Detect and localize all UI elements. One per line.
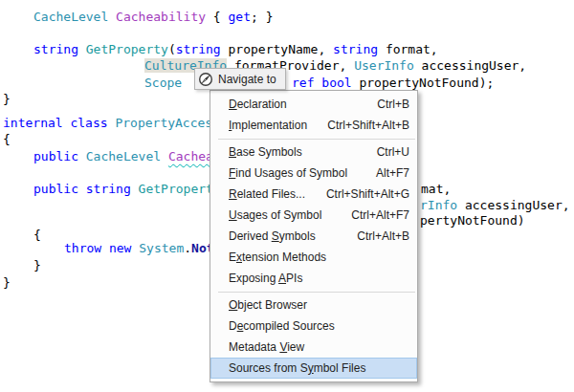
menu-item-label: Metadata View (229, 340, 304, 354)
menu-item-extension-methods[interactable]: Extension Methods (210, 247, 417, 268)
code-token: } (3, 275, 11, 290)
menu-separator (218, 292, 415, 293)
code-line: mat, (421, 181, 451, 197)
code-line: rInfo accessingUser, (420, 197, 570, 213)
code-token (131, 182, 139, 196)
menu-item-label: Extension Methods (229, 250, 326, 264)
code-token: CacheLevel (86, 149, 161, 163)
code-token: GetProperty (86, 42, 168, 56)
menu-item-shortcut: Ctrl+Alt+F7 (336, 208, 409, 222)
code-token: string (33, 42, 78, 56)
code-token: rInfo (420, 198, 457, 212)
navigate-to-title: Navigate to (218, 73, 276, 86)
menu-item-label: Object Browser (229, 298, 307, 312)
code-token: { (3, 132, 11, 146)
code-line: } (3, 91, 11, 107)
menu-item-shortcut: Ctrl+B (362, 98, 409, 111)
code-token: Cacheability (116, 10, 206, 24)
code-line: } (3, 274, 11, 291)
menu-item-shortcut: Ctrl+Shift+Alt+B (312, 119, 409, 132)
code-token: ref (292, 76, 314, 90)
menu-item-derived-symbols[interactable]: Derived SymbolsCtrl+Alt+B (210, 226, 417, 247)
code-line: public CacheLevel Cachea (33, 148, 213, 164)
menu-item-declaration[interactable]: DeclarationCtrl+B (210, 94, 417, 115)
code-token: public (33, 182, 78, 196)
menu-item-label: Sources from Symbol Files (229, 361, 365, 375)
code-token: CacheLevel (33, 10, 108, 24)
code-token: new (109, 241, 131, 255)
menu-item-shortcut: Ctrl+Alt+B (342, 229, 409, 243)
code-token: } (33, 258, 41, 272)
code-token: Cachea (168, 149, 213, 163)
menu-item-label: Base Symbols (229, 145, 302, 159)
code-token: string (333, 42, 378, 56)
code-token: string (176, 42, 221, 56)
code-token (108, 10, 116, 24)
code-line: { (33, 227, 41, 243)
code-token: UserInfo (354, 58, 414, 73)
navigate-to-header: Navigate to (194, 68, 286, 90)
menu-item-label: Find Usages of Symbol (229, 166, 347, 180)
code-token: internal (3, 116, 63, 130)
code-token: PropertyAcces (115, 116, 212, 130)
code-token: throw (64, 241, 101, 255)
menu-item-usages-of-symbol[interactable]: Usages of SymbolCtrl+Alt+F7 (210, 205, 417, 226)
code-line: string GetProperty(string propertyName, … (33, 41, 438, 57)
code-token: public (33, 149, 78, 163)
code-line: { (3, 131, 11, 147)
code-line: throw new System.Not (64, 240, 214, 256)
code-line: CacheLevel Cacheability { get; } (33, 9, 273, 25)
code-token (78, 149, 86, 163)
code-token: Scope (144, 76, 182, 90)
code-line: internal class PropertyAcces (3, 115, 212, 131)
code-token: format, (378, 42, 438, 56)
code-token: . (184, 241, 191, 255)
menu-item-implementation[interactable]: ImplementationCtrl+Shift+Alt+B (210, 115, 417, 136)
menu-item-metadata-view[interactable]: Metadata View (210, 337, 417, 358)
code-token (78, 182, 86, 196)
code-token: { (206, 10, 228, 24)
menu-item-object-browser[interactable]: Object Browser (210, 294, 417, 316)
code-line: } (33, 257, 41, 273)
code-token: string (86, 182, 131, 196)
navigate-compass-icon (198, 72, 213, 87)
menu-item-find-usages-of-symbol[interactable]: Find Usages of SymbolAlt+F7 (210, 163, 417, 184)
menu-item-label: Decompiled Sources (229, 319, 335, 333)
menu-item-label: Related Files... (229, 187, 305, 201)
menu-item-shortcut: Ctrl+U (362, 145, 409, 159)
menu-item-shortcut: Ctrl+Shift+Alt+G (311, 187, 409, 201)
code-token: { (33, 228, 41, 242)
menu-item-sources-from-symbol-files[interactable]: Sources from Symbol Files (210, 358, 417, 379)
screenshot-root: { "editor": { "colors": { "keyword": "#0… (0, 0, 574, 392)
menu-item-related-files[interactable]: Related Files...Ctrl+Shift+Alt+G (210, 184, 417, 205)
code-token: class (70, 116, 107, 130)
code-token: get (229, 10, 251, 24)
code-token: ( (168, 42, 176, 56)
code-token: bool (321, 76, 351, 90)
code-token: accessingUser, (414, 58, 526, 73)
menu-separator (218, 139, 415, 140)
code-line: Scope (144, 75, 182, 91)
code-token: GetPropert (139, 182, 213, 196)
navigate-to-menu: DeclarationCtrl+BImplementationCtrl+Shif… (210, 90, 418, 382)
code-token: propertyNotFound); (352, 76, 495, 90)
code-token: } (3, 92, 11, 106)
menu-item-label: Usages of Symbol (229, 208, 321, 222)
menu-item-label: Declaration (229, 98, 287, 111)
code-line: ref bool propertyNotFound); (292, 75, 494, 91)
code-token: System (139, 241, 184, 255)
menu-item-base-symbols[interactable]: Base SymbolsCtrl+U (210, 142, 417, 163)
code-token (161, 149, 168, 163)
code-token: ; } (251, 10, 273, 24)
menu-item-exposing-apis[interactable]: Exposing APIs (210, 268, 417, 289)
code-token: accessingUser, (457, 198, 569, 212)
menu-item-decompiled-sources[interactable]: Decompiled Sources (210, 316, 417, 337)
menu-item-label: Implementation (229, 119, 307, 132)
code-token (78, 42, 86, 56)
code-token: propertyName, (221, 42, 333, 56)
code-token: mat, (421, 182, 451, 196)
menu-item-shortcut: Alt+F7 (361, 166, 409, 180)
menu-item-label: Exposing APIs (229, 272, 302, 285)
code-line: pertyNotFound) (420, 212, 525, 229)
code-token: pertyNotFound) (420, 213, 525, 228)
